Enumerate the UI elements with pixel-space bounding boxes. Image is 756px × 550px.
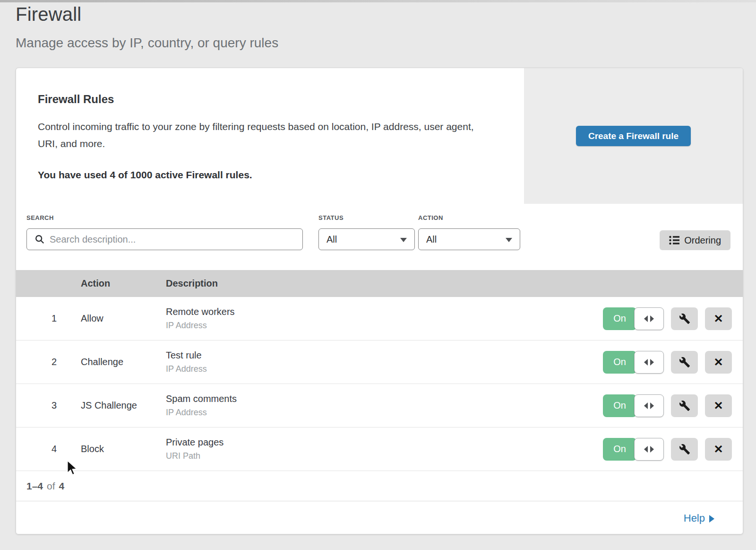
- rule-description: Private pages URI Path: [166, 437, 603, 461]
- ordering-label: Ordering: [684, 235, 721, 246]
- x-icon: ✕: [713, 444, 723, 455]
- toggle-on-segment: On: [603, 438, 636, 461]
- rule-enabled-toggle[interactable]: On: [603, 438, 664, 461]
- table-row: 4 Block Private pages URI Path On: [16, 428, 743, 471]
- table-row: 2 Challenge Test rule IP Address On: [16, 340, 743, 384]
- rule-controls: On ✕: [603, 351, 732, 374]
- usage-summary: You have used 4 of 1000 active Firewall …: [38, 169, 517, 181]
- action-filter-group: ACTION All: [418, 214, 520, 250]
- delete-rule-button[interactable]: ✕: [705, 307, 732, 330]
- action-select[interactable]: All: [418, 228, 520, 250]
- rule-priority: 4: [16, 444, 81, 454]
- wrench-icon: [679, 400, 690, 411]
- chevron-down-icon: [506, 238, 512, 242]
- help-link[interactable]: Help: [684, 512, 714, 524]
- x-icon: ✕: [713, 313, 723, 324]
- status-label: STATUS: [318, 214, 415, 221]
- action-label: ACTION: [418, 214, 520, 221]
- left-right-arrows-icon: [650, 446, 654, 453]
- search-input[interactable]: [27, 229, 302, 250]
- rule-priority: 1: [16, 313, 81, 324]
- create-rule-panel: Create a Firewall rule: [524, 68, 743, 204]
- status-select[interactable]: All: [318, 228, 415, 250]
- page-header: Firewall Manage access by IP, country, o…: [16, 4, 278, 51]
- rule-description-title: Spam comments: [166, 393, 603, 404]
- toggle-on-segment: On: [603, 351, 636, 374]
- left-right-arrows-icon: [644, 359, 648, 366]
- rule-enabled-toggle[interactable]: On: [603, 394, 664, 417]
- rule-match-field: IP Address: [166, 408, 603, 418]
- create-firewall-rule-button[interactable]: Create a Firewall rule: [576, 126, 691, 146]
- wrench-icon: [679, 357, 690, 368]
- delete-rule-button[interactable]: ✕: [705, 394, 732, 417]
- rule-action: JS Challenge: [81, 400, 166, 411]
- table-body: 1 Allow Remote workers IP Address On: [16, 297, 743, 471]
- rule-enabled-toggle[interactable]: On: [603, 351, 664, 374]
- left-right-arrows-icon: [644, 402, 648, 409]
- window-top-edge: [0, 0, 756, 2]
- delete-rule-button[interactable]: ✕: [705, 438, 732, 461]
- page-subtitle: Manage access by IP, country, or query r…: [16, 35, 278, 51]
- column-header-action: Action: [81, 278, 166, 289]
- rule-controls: On ✕: [603, 438, 732, 461]
- help-label: Help: [684, 512, 705, 524]
- filters-bar: SEARCH STATUS All ACTION All: [16, 204, 743, 270]
- rule-description: Test rule IP Address: [166, 350, 603, 374]
- status-selected-value: All: [326, 234, 337, 245]
- edit-rule-button[interactable]: [671, 438, 698, 461]
- rule-description-title: Test rule: [166, 350, 603, 361]
- table-header-row: Action Description: [16, 270, 743, 297]
- search-label: SEARCH: [26, 214, 303, 221]
- rule-action: Challenge: [81, 357, 166, 367]
- left-right-arrows-icon: [650, 315, 654, 322]
- rule-match-field: URI Path: [166, 451, 603, 461]
- rule-controls: On ✕: [603, 307, 732, 330]
- toggle-on-segment: On: [603, 307, 636, 330]
- rule-action: Block: [81, 444, 166, 454]
- rule-enabled-toggle[interactable]: On: [603, 307, 664, 330]
- pagination-total: 4: [59, 480, 65, 492]
- status-filter-group: STATUS All: [318, 214, 415, 250]
- x-icon: ✕: [713, 400, 723, 411]
- edit-rule-button[interactable]: [671, 351, 698, 374]
- left-right-arrows-icon: [650, 359, 654, 366]
- rule-controls: On ✕: [603, 394, 732, 417]
- table-row: 3 JS Challenge Spam comments IP Address …: [16, 384, 743, 428]
- toggle-handle[interactable]: [634, 351, 664, 374]
- action-selected-value: All: [426, 234, 437, 245]
- ordering-button[interactable]: Ordering: [660, 230, 730, 250]
- search-box: [26, 228, 303, 250]
- rule-description-title: Private pages: [166, 437, 603, 448]
- rule-action: Allow: [81, 313, 166, 324]
- pagination: 1–4 of 4: [16, 471, 743, 501]
- toggle-on-segment: On: [603, 394, 636, 417]
- rule-match-field: IP Address: [166, 364, 603, 374]
- left-right-arrows-icon: [650, 402, 654, 409]
- left-right-arrows-icon: [644, 315, 648, 322]
- x-icon: ✕: [713, 357, 723, 368]
- wrench-icon: [679, 444, 690, 455]
- rule-description-title: Remote workers: [166, 306, 603, 317]
- edit-rule-button[interactable]: [671, 307, 698, 330]
- firewall-rules-card: Firewall Rules Control incoming traffic …: [16, 68, 743, 534]
- ordered-list-icon: [669, 236, 679, 245]
- rule-description: Spam comments IP Address: [166, 393, 603, 418]
- edit-rule-button[interactable]: [671, 394, 698, 417]
- card-heading: Firewall Rules: [38, 93, 517, 106]
- rule-description: Remote workers IP Address: [166, 306, 603, 331]
- card-description: Control incoming traffic to your zone by…: [38, 118, 487, 152]
- rule-match-field: IP Address: [166, 321, 603, 331]
- table-row: 1 Allow Remote workers IP Address On: [16, 297, 743, 340]
- delete-rule-button[interactable]: ✕: [705, 351, 732, 374]
- toggle-handle[interactable]: [634, 307, 664, 330]
- pagination-of: of: [47, 480, 55, 492]
- left-right-arrows-icon: [644, 446, 648, 453]
- chevron-right-icon: [709, 515, 714, 523]
- toggle-handle[interactable]: [634, 438, 664, 461]
- rules-table: Action Description 1 Allow Remote worker…: [16, 270, 743, 501]
- page-title: Firewall: [16, 4, 278, 25]
- column-header-description: Description: [166, 278, 743, 289]
- chevron-down-icon: [400, 238, 407, 242]
- toggle-handle[interactable]: [634, 394, 664, 417]
- card-footer: Help: [16, 501, 743, 534]
